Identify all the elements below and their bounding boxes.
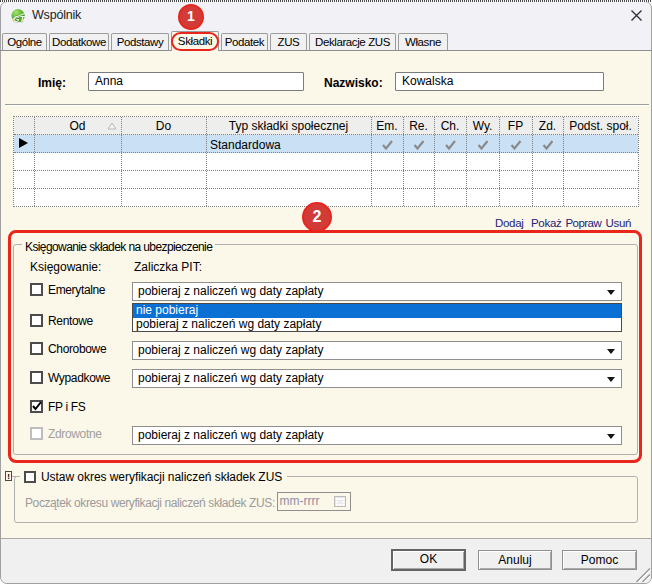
svg-text:GT: GT xyxy=(13,14,25,23)
